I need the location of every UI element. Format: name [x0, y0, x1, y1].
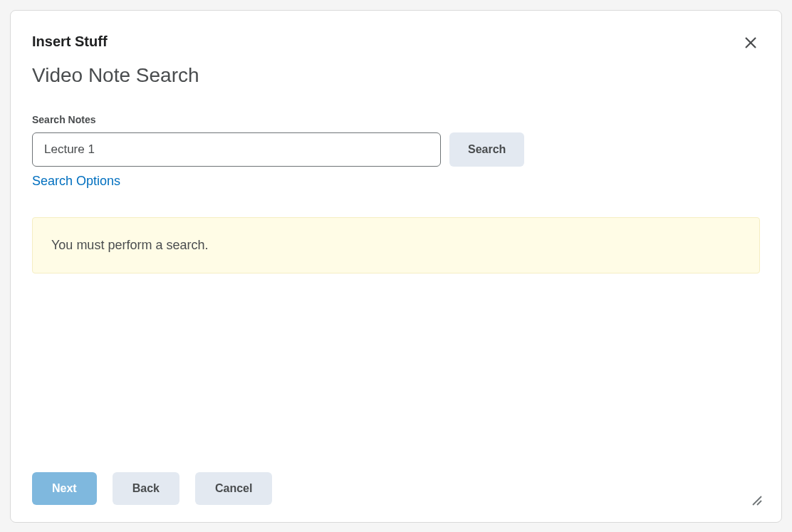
search-section: Search Notes Search Search Options: [32, 114, 760, 189]
insert-stuff-dialog: Insert Stuff Video Note Search Search No…: [10, 10, 782, 523]
search-notes-label: Search Notes: [32, 114, 760, 125]
svg-line-3: [757, 501, 761, 505]
search-input[interactable]: [32, 132, 441, 167]
close-icon: [744, 36, 757, 51]
resize-handle[interactable]: [750, 494, 763, 509]
cancel-button[interactable]: Cancel: [195, 472, 272, 505]
resize-icon: [750, 496, 763, 508]
dialog-header: Insert Stuff: [32, 33, 760, 54]
alert-message: You must perform a search.: [32, 217, 760, 273]
svg-line-2: [753, 496, 761, 505]
search-button[interactable]: Search: [449, 132, 524, 167]
back-button[interactable]: Back: [113, 472, 179, 505]
search-row: Search: [32, 132, 760, 167]
close-button[interactable]: [741, 33, 760, 54]
search-options-link[interactable]: Search Options: [32, 174, 120, 189]
page-title: Video Note Search: [32, 64, 760, 87]
next-button[interactable]: Next: [32, 472, 97, 505]
dialog-footer: Next Back Cancel: [32, 472, 760, 505]
dialog-title: Insert Stuff: [32, 33, 108, 50]
